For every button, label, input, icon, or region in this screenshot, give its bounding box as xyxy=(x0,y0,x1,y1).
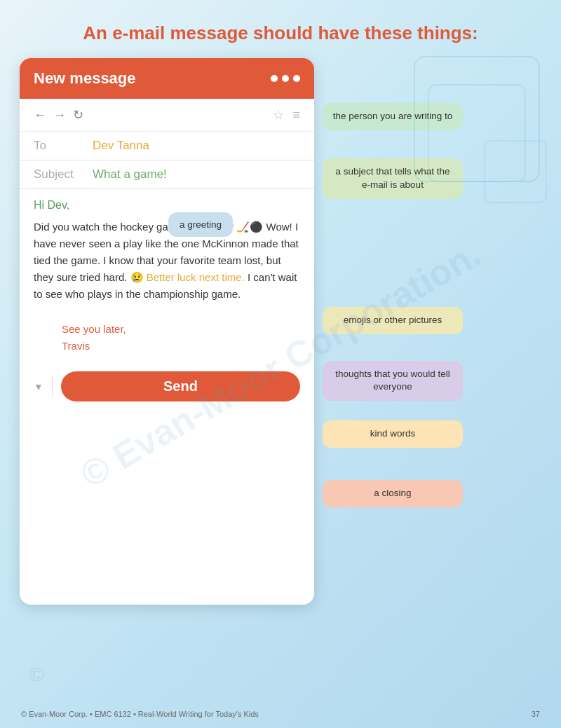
callout-greeting: a greeting xyxy=(168,212,233,237)
dot-2 xyxy=(282,75,289,82)
dot-1 xyxy=(271,75,278,82)
kind-words: Better luck next time. xyxy=(144,271,245,283)
subject-field: Subject What a game! xyxy=(20,160,314,189)
email-header-dots xyxy=(271,75,300,82)
closing-line1: See you later, xyxy=(62,321,300,338)
footer-left: © Evan-Moor Corp. • EMC 6132 • Real-Worl… xyxy=(21,710,259,718)
body-text: Did you watch the hockey game last night… xyxy=(34,219,300,303)
star-icon[interactable]: ☆ xyxy=(273,107,284,123)
toolbar-actions: ☆ ≡ xyxy=(273,107,300,123)
subject-value: What a game! xyxy=(93,167,167,181)
bg-decoration-3 xyxy=(484,140,547,203)
to-field: To Dev Tanna xyxy=(20,132,314,160)
closing-line2: Travis xyxy=(62,338,300,355)
greeting-line: Hi Dev, xyxy=(34,199,300,212)
send-divider xyxy=(52,377,53,397)
callout-emojis: emojis or other pictures xyxy=(323,307,463,334)
toolbar-nav: ← → ↻ xyxy=(34,107,83,123)
email-toolbar: ← → ↻ ☆ ≡ xyxy=(20,99,314,132)
forward-arrow-icon[interactable]: → xyxy=(53,108,66,123)
send-button[interactable]: Send xyxy=(61,371,300,401)
email-header: New message xyxy=(20,58,314,99)
callout-closing: a closing xyxy=(323,480,463,507)
callout-thoughts: thoughts that you would tell everyone xyxy=(323,361,463,401)
footer-page-number: 37 xyxy=(532,710,540,718)
to-label: To xyxy=(34,139,84,153)
dropdown-arrow-icon[interactable]: ▼ xyxy=(34,381,43,392)
menu-icon[interactable]: ≡ xyxy=(292,108,300,123)
refresh-icon[interactable]: ↻ xyxy=(73,107,83,123)
page-footer: © Evan-Moor Corp. • EMC 6132 • Real-Worl… xyxy=(0,710,561,718)
page-title: An e-mail message should have these thin… xyxy=(0,0,561,58)
back-arrow-icon[interactable]: ← xyxy=(34,108,46,123)
dot-3 xyxy=(293,75,300,82)
email-header-title: New message xyxy=(34,69,136,88)
subject-label: Subject xyxy=(34,167,84,181)
copyright-symbol: © xyxy=(29,664,44,686)
callout-kind: kind words xyxy=(323,420,463,448)
email-mockup: New message ← → ↻ ☆ ≡ To Dev Tanna xyxy=(20,58,314,605)
to-value: Dev Tanna xyxy=(93,139,149,153)
email-body: Hi Dev, Did you watch the hockey game la… xyxy=(20,189,314,317)
closing-section: See you later, Travis xyxy=(20,317,314,362)
send-bar: ▼ Send xyxy=(20,362,314,414)
